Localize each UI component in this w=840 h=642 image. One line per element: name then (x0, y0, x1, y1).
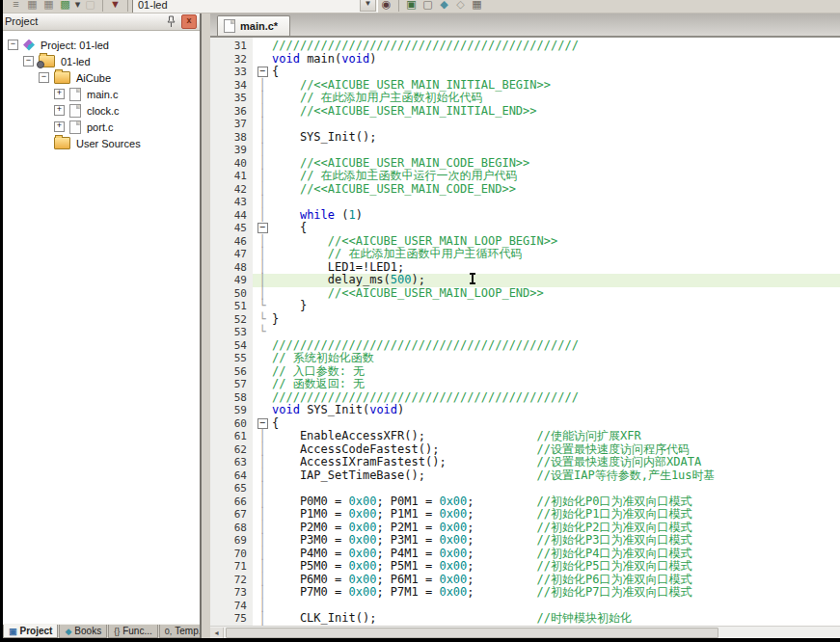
tree-expander-icon[interactable]: − (8, 40, 18, 50)
download-flash-icon[interactable]: ▼ (107, 0, 123, 12)
code-line[interactable]: 46│ //<<AICUBE_USER_MAIN_LOOP_BEGIN>> (210, 235, 840, 249)
code-line[interactable]: 32void main(void) (210, 53, 840, 67)
scroll-left-arrow-icon[interactable]: ◂ (210, 628, 224, 638)
pin-icon[interactable] (165, 15, 177, 28)
code-line[interactable]: 42│ //<<AICUBE_USER_MAIN_CODE_END>> (210, 183, 840, 197)
code-token: AccessCodeFastest(); (272, 442, 537, 456)
code-line[interactable]: 67│ P1M0 = 0x00; P1M1 = 0x00; //初始化P1口为准… (210, 508, 840, 522)
code-area[interactable]: 31//////////////////////////////////////… (210, 38, 840, 626)
code-line-body: ////////////////////////////////////////… (253, 391, 840, 405)
code-line[interactable]: 54//////////////////////////////////////… (210, 339, 840, 353)
tree-item-clock-c[interactable]: +clock.c (0, 102, 200, 119)
code-line[interactable]: 31//////////////////////////////////////… (210, 40, 840, 53)
code-line[interactable]: 65│ (210, 482, 840, 495)
close-panel-button[interactable]: x (181, 14, 197, 29)
tree-item-main-c[interactable]: +main.c (0, 86, 200, 102)
code-line[interactable]: 57// 函数返回: 无 (210, 378, 840, 391)
code-line[interactable]: 36│ //<<AICUBE_USER_MAIN_INITIAL_END>> (210, 105, 840, 119)
code-line[interactable]: 69│ P3M0 = 0x00; P3M1 = 0x00; //初始化P3口为准… (210, 534, 840, 548)
code-line[interactable]: 63│ AccessIXramFastest(); //设置最快速度访问内部XD… (210, 456, 840, 469)
combo-dropdown-arrow-icon[interactable]: ▼ (360, 0, 376, 12)
code-line-body: └} (253, 313, 840, 327)
code-line[interactable]: 35│ // 在此添加用户主函数初始化代码 (210, 92, 840, 105)
code-line[interactable]: 38│ SYS_Init(); (210, 131, 840, 145)
bottom-tab-project[interactable]: ▣Project (3, 625, 58, 638)
code-line[interactable]: 44│ while (1) (210, 209, 840, 223)
code-line[interactable]: 58//////////////////////////////////////… (210, 391, 840, 405)
fold-marker: │ (253, 118, 272, 131)
code-line[interactable]: 48│ LED1=!LED1; (210, 261, 840, 275)
code-line[interactable]: 59void SYS_Init(void) (210, 404, 840, 417)
code-line[interactable]: 68│ P2M0 = 0x00; P2M1 = 0x00; //初始化P2口为准… (210, 522, 840, 535)
code-line[interactable]: 73│ P7M0 = 0x00; P7M1 = 0x00; //初始化P7口为准… (210, 586, 840, 600)
fold-marker[interactable]: − (253, 222, 272, 235)
code-line[interactable]: 51└ } (210, 300, 840, 313)
code-line[interactable]: 66│ P0M0 = 0x00; P0M1 = 0x00; //初始化P0口为准… (210, 495, 840, 509)
tab-main-c[interactable]: main.c* (217, 15, 290, 36)
batch-build-icon[interactable]: ▩ (57, 0, 73, 12)
code-line[interactable]: 75│ CLK_Init(); //时钟模块初始化 (210, 612, 840, 626)
code-line[interactable]: 76│ (210, 626, 840, 627)
fold-marker: │ (253, 626, 272, 627)
tree-item-aicube[interactable]: −AiCube (0, 69, 200, 86)
code-line[interactable]: 61│ EnableAccessXFR(); //使能访问扩展XFR (210, 430, 840, 443)
code-line[interactable]: 72│ P6M0 = 0x00; P6M1 = 0x00; //初始化P6口为准… (210, 574, 840, 587)
window-icon[interactable]: ▢ (420, 0, 436, 12)
code-line[interactable]: 71│ P5M0 = 0x00; P5M1 = 0x00; //初始化P5口为准… (210, 560, 840, 574)
grid-icon[interactable]: ▦ (469, 0, 485, 12)
code-line[interactable]: 33−{ (210, 66, 840, 79)
diamond-outline-icon[interactable]: ◇ (452, 0, 469, 12)
stop-build-icon[interactable]: ▢ (82, 0, 98, 12)
code-line[interactable]: 55// 系统初始化函数 (210, 352, 840, 365)
horizontal-scrollbar[interactable]: ◂ (210, 626, 840, 638)
code-line[interactable]: 74│ (210, 600, 840, 613)
code-line[interactable]: 37│ (210, 118, 840, 131)
tree-expander-icon[interactable]: + (54, 89, 65, 99)
tree-item-01-led[interactable]: −01-led (0, 53, 200, 69)
rebuild-all-icon[interactable]: ▦ (41, 0, 57, 12)
tree-item-user-sources[interactable]: User Sources (0, 135, 200, 151)
bottom-tab-label: Temp... (175, 626, 200, 636)
build-target-icon[interactable]: ▦ (24, 0, 41, 12)
fold-marker[interactable]: − (253, 417, 272, 431)
fold-collapse-icon[interactable]: − (257, 67, 268, 77)
tree-expander-icon[interactable]: − (23, 56, 34, 67)
code-line[interactable]: 34│ //<<AICUBE_USER_MAIN_INITIAL_BEGIN>> (210, 79, 840, 93)
target-select[interactable]: 01-led▼ (132, 0, 378, 13)
code-line[interactable]: 56// 入口参数: 无 (210, 365, 840, 379)
code-line[interactable]: 52└} (210, 313, 840, 327)
debug-session-icon[interactable]: ◉ (378, 0, 394, 12)
fold-collapse-icon[interactable]: − (257, 418, 268, 429)
code-line[interactable]: 45− { (210, 222, 840, 235)
code-line[interactable]: 53└ (210, 326, 840, 339)
bottom-tab-func[interactable]: {}Func... (108, 625, 158, 638)
bottom-tab-temp[interactable]: 0,Temp... (159, 625, 200, 638)
line-number: 39 (210, 144, 253, 157)
diamond-icon[interactable]: ◆ (436, 0, 452, 12)
tree-item-port-c[interactable]: +port.c (0, 119, 200, 135)
fold-collapse-icon[interactable]: − (257, 223, 268, 233)
fold-marker[interactable]: − (253, 66, 272, 79)
code-line[interactable]: 40│ //<<AICUBE_USER_MAIN_CODE_BEGIN>> (210, 157, 840, 171)
tree-expander-icon[interactable]: + (54, 121, 65, 132)
tree-item-project-01-led[interactable]: −Project: 01-led (0, 37, 200, 53)
scrollbar-thumb[interactable] (226, 628, 718, 638)
code-line[interactable]: 70│ P4M0 = 0x00; P4M1 = 0x00; //初始化P4口为准… (210, 548, 840, 561)
translate-file-icon[interactable]: ≡ (8, 0, 24, 12)
code-line[interactable]: 50│ //<<AICUBE_USER_MAIN_LOOP_END>> (210, 287, 840, 301)
batch-build-dropdown-icon[interactable]: ▾ (73, 0, 82, 12)
code-line[interactable]: 41│ // 在此添加主函数中运行一次的用户代码 (210, 170, 840, 183)
tree-expander-icon[interactable]: + (54, 105, 65, 116)
code-line[interactable]: 49│ delay_ms(500); (210, 274, 840, 287)
tree-expander-icon[interactable]: − (39, 72, 49, 83)
code-line[interactable]: 64│ IAP_SetTimeBase(); //设置IAP等待参数,产生1us… (210, 469, 840, 483)
panel-splitter[interactable] (202, 13, 210, 638)
bottom-tab-books[interactable]: ◆Books (59, 625, 107, 638)
code-line[interactable]: 60−{ (210, 417, 840, 431)
line-number: 76 (210, 626, 253, 627)
code-line[interactable]: 39│ (210, 144, 840, 157)
code-line[interactable]: 43│ (210, 196, 840, 209)
code-line[interactable]: 62│ AccessCodeFastest(); //设置最快速度访问程序代码 (210, 443, 840, 457)
breakpoint-icon[interactable]: ▣ (403, 0, 420, 12)
code-line[interactable]: 47│ // 在此添加主函数中用户主循环代码 (210, 248, 840, 261)
